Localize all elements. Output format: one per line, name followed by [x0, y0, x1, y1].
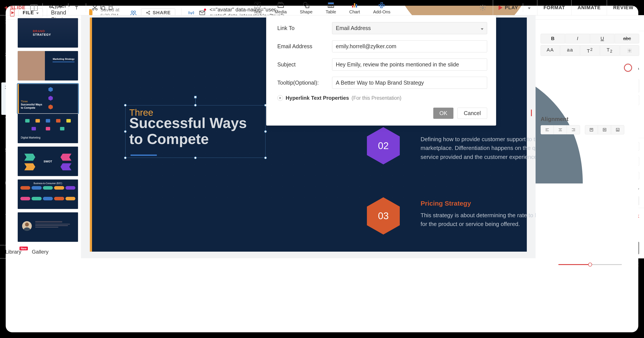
- svg-rect-17: [328, 3, 334, 4]
- insert-text-button[interactable]: Text: [254, 1, 262, 15]
- expand-icon: [277, 95, 283, 101]
- hyperlink-text-properties-toggle[interactable]: Hyperlink Text Properties (For this Pres…: [277, 95, 487, 101]
- slide-thumbnail-1[interactable]: BRAND STRATEGY: [18, 18, 78, 48]
- svg-point-21: [482, 7, 484, 9]
- svg-rect-19: [354, 3, 355, 8]
- chevron-down-icon[interactable]: [528, 5, 530, 11]
- slide-canvas-area[interactable]: Three Successful Waysto Compete 02 03 ce…: [81, 15, 536, 258]
- bold-button[interactable]: B: [540, 34, 565, 43]
- tab-library[interactable]: Library New: [0, 249, 26, 255]
- valign-bottom-button[interactable]: [611, 125, 624, 134]
- add-slide-button[interactable]: + SLIDE: [4, 5, 26, 11]
- subscript-button[interactable]: T2: [600, 45, 619, 56]
- svg-point-22: [25, 223, 29, 227]
- zoom-slider[interactable]: [558, 264, 622, 265]
- dialog-cancel-button[interactable]: Cancel: [457, 108, 487, 119]
- settings-gear-icon[interactable]: [479, 4, 486, 11]
- link-to-label: Link To: [277, 25, 328, 31]
- slide-thumbnail-3[interactable]: ThreeSuccessful Waysto Compete: [18, 84, 78, 114]
- main-toolbar: + SLIDE Text Media Shape: [0, 0, 644, 15]
- insert-shape-button[interactable]: Shape: [300, 1, 312, 15]
- slide-thumbnail-6[interactable]: Business-to-Consumer (B2C): [18, 179, 78, 209]
- alignment-section-title: Alignment: [540, 116, 639, 123]
- format-painter-button[interactable]: [73, 4, 81, 12]
- svg-rect-20: [356, 4, 357, 8]
- svg-point-14: [304, 2, 307, 6]
- undo-button[interactable]: [48, 4, 56, 12]
- tab-gallery[interactable]: Gallery: [26, 249, 54, 255]
- paste-button[interactable]: [107, 4, 114, 12]
- font-color-swatch[interactable]: [624, 64, 632, 72]
- svg-point-23: [629, 50, 630, 51]
- insert-media-button[interactable]: Media: [275, 1, 286, 15]
- slide-thumbnail-5[interactable]: SWOT: [18, 146, 78, 176]
- superscript-button[interactable]: T2: [580, 45, 600, 56]
- svg-rect-9: [102, 7, 105, 10]
- svg-rect-25: [603, 128, 606, 131]
- insert-tool-group: Text Media Shape Table Chart Add-On: [254, 1, 390, 15]
- tooltip-label: Tooltip(Optional):: [277, 80, 328, 86]
- valign-middle-button[interactable]: [598, 125, 611, 134]
- zoom-slider-knob[interactable]: [588, 263, 592, 266]
- case-settings-button[interactable]: [620, 45, 639, 56]
- svg-rect-18: [352, 5, 354, 8]
- slide-thumbnail-4[interactable]: Digital Marketing: [18, 114, 78, 143]
- redo-button[interactable]: [56, 4, 63, 12]
- align-left-button[interactable]: [540, 125, 554, 134]
- tab-animate[interactable]: ANIMATE: [572, 0, 607, 15]
- play-icon: [498, 5, 502, 10]
- text-selection-frame[interactable]: [125, 105, 266, 158]
- lowercase-button[interactable]: aa: [560, 45, 580, 56]
- body-text-2: Defining how to provide customer support…: [420, 133, 536, 161]
- hyperlink-dialog: Link To Email Address Email Address emil…: [266, 15, 496, 126]
- underline-button[interactable]: U: [590, 34, 614, 43]
- chevron-down-icon: [481, 25, 484, 31]
- insert-chart-button[interactable]: Chart: [349, 1, 360, 15]
- cut-button[interactable]: [91, 4, 99, 12]
- slide-thumbnail-2[interactable]: Marketing Strategy: [18, 51, 78, 81]
- slide-thumbnail-7[interactable]: [18, 212, 78, 242]
- body-text-3: Pricing Strategy This strategy is about …: [420, 198, 536, 228]
- dialog-ok-button[interactable]: OK: [433, 108, 454, 119]
- insert-addons-button[interactable]: Add-Ons: [373, 1, 390, 15]
- play-button[interactable]: PLAY: [493, 0, 530, 15]
- svg-rect-15: [306, 5, 309, 8]
- insert-table-button[interactable]: Table: [326, 1, 336, 15]
- link-to-select[interactable]: Email Address: [332, 22, 487, 34]
- slide-layout-icon[interactable]: [30, 5, 38, 11]
- align-center-button[interactable]: [554, 125, 567, 134]
- email-address-label: Email Address: [277, 43, 328, 50]
- uppercase-button[interactable]: AA: [540, 45, 560, 56]
- email-address-input[interactable]: emily.horrell@zylker.com: [332, 40, 487, 52]
- strikethrough-button[interactable]: abc: [615, 34, 639, 43]
- tab-format[interactable]: FORMAT: [537, 0, 571, 15]
- play-label: PLAY: [505, 5, 518, 11]
- tab-review[interactable]: REVIEW: [607, 0, 640, 15]
- svg-rect-13: [278, 4, 284, 8]
- copy-button[interactable]: [99, 4, 107, 12]
- subject-label: Subject: [277, 61, 328, 68]
- right-tab-group: PLAY FORMAT ANIMATE REVIEW: [479, 0, 640, 15]
- italic-button[interactable]: I: [565, 34, 590, 43]
- add-slide-label: SLIDE: [10, 5, 26, 11]
- plus-icon: +: [4, 6, 8, 10]
- tooltip-input[interactable]: A Better Way to Map Brand Strategy: [332, 77, 487, 89]
- subject-input[interactable]: Hey Emily, review the points mentioned i…: [332, 59, 487, 71]
- align-right-button[interactable]: [567, 125, 580, 134]
- valign-top-button[interactable]: [585, 125, 598, 134]
